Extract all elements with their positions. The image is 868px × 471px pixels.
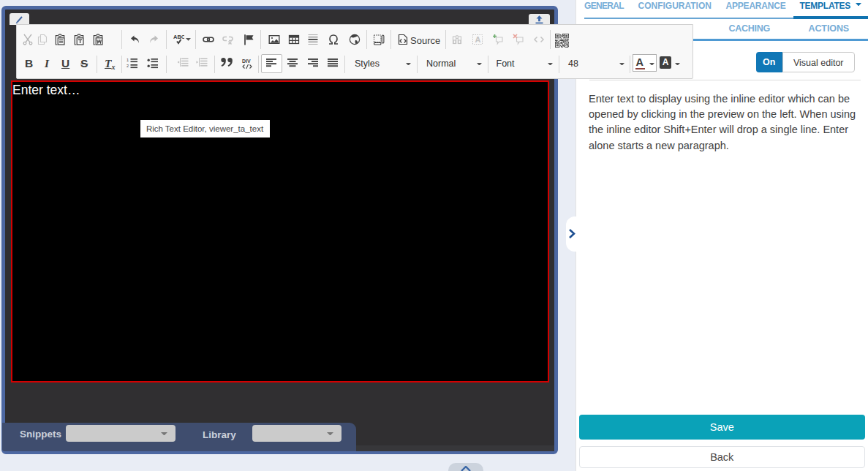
svg-text:1: 1: [127, 58, 129, 62]
svg-text:2: 2: [127, 64, 129, 68]
svg-text:ABC: ABC: [173, 34, 184, 40]
svg-text:A: A: [475, 35, 480, 44]
svg-text:DIV: DIV: [242, 59, 251, 64]
